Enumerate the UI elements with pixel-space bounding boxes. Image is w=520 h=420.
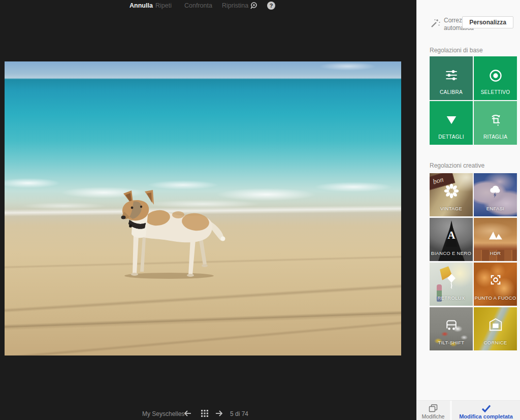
grid-icon[interactable]	[200, 409, 209, 418]
tile-calibra[interactable]: CALIBRA	[430, 56, 473, 100]
tile-dettagli[interactable]: DETTAGLI	[430, 101, 473, 145]
tile-label: CALIBRA	[430, 89, 473, 95]
dog-on-beach	[118, 189, 229, 280]
tile-label: VINTAGE	[430, 206, 473, 211]
van-icon	[430, 317, 473, 332]
restore-button[interactable]: Ripristina	[222, 0, 248, 11]
basic-section-title: Regolazioni di base	[430, 47, 483, 54]
tile-ritaglia[interactable]: RITAGLIA	[474, 101, 517, 145]
basic-adjustments-grid: CALIBRA SELETTIVO DETTAGLI RITAGLIA	[430, 56, 517, 145]
done-editing-button[interactable]: Modifica completata	[452, 401, 520, 420]
personalize-button[interactable]: Personalizza	[462, 16, 513, 28]
tile-bianco-e-nero[interactable]: A BIANCO E NERO	[430, 218, 473, 261]
photo-counter: 5 di 74	[230, 410, 248, 417]
edits-label: Modifiche	[416, 413, 450, 419]
tile-hdr[interactable]: HDR	[474, 218, 517, 261]
radio-circle-icon	[474, 69, 517, 83]
photo-editor-app: Annulla Ripeti Confronta Ripristina ?	[0, 0, 520, 420]
magnifier-plus-icon[interactable]	[249, 1, 258, 10]
crop-rotate-icon	[474, 113, 517, 127]
sky-cloud	[223, 61, 401, 74]
creative-section-title: Regolazioni creative	[430, 162, 484, 169]
tile-label: SELETTIVO	[474, 89, 517, 95]
photo-canvas[interactable]	[5, 61, 401, 356]
tile-label: DETTAGLI	[430, 134, 473, 140]
done-label: Modifica completata	[452, 413, 520, 419]
svg-text:?: ?	[270, 3, 273, 9]
layers-copies-icon	[428, 404, 438, 413]
filmstrip-nav: My Seyschelles 5 di 74	[0, 408, 416, 420]
tile-selettivo[interactable]: SELETTIVO	[474, 56, 517, 100]
tile-label: RITAGLIA	[474, 134, 517, 140]
album-name: My Seyschelles	[142, 410, 184, 417]
tile-retrolux[interactable]: RETROLUX	[430, 263, 473, 306]
creative-adjustments-grid: bon VINTAGE ENFASI A BIANCO E NERO	[430, 173, 517, 350]
tile-label: TILT-SHIFT	[430, 340, 473, 345]
arrow-left-icon[interactable]	[183, 409, 192, 418]
top-toolbar: Annulla Ripeti Confronta Ripristina ?	[0, 0, 416, 11]
sliders-icon	[430, 69, 473, 82]
sidebar: Correzione automatica Personalizza Regol…	[416, 0, 520, 400]
tile-punto-a-fuoco[interactable]: PUNTO A FUOCO	[474, 263, 517, 306]
edits-button[interactable]: Modifiche	[416, 401, 450, 420]
tile-label: ENFASI	[474, 206, 517, 211]
svg-text:A: A	[447, 230, 455, 241]
compare-button[interactable]: Confronta	[184, 0, 212, 11]
picture-frame-icon	[474, 317, 517, 332]
triangle-down-icon	[430, 113, 473, 126]
tile-label: BIANCO E NERO	[430, 250, 473, 256]
arrow-right-icon[interactable]	[215, 409, 224, 418]
sand-track	[5, 283, 401, 313]
flower-icon	[430, 183, 473, 199]
tile-vintage[interactable]: bon VINTAGE	[430, 173, 473, 216]
tile-label: RETROLUX	[430, 295, 473, 301]
kite-icon	[430, 273, 473, 289]
tile-label: CORNICE	[474, 340, 517, 345]
magic-wand-icon	[430, 17, 441, 28]
mountains-icon	[474, 228, 517, 241]
tile-label: PUNTO A FUOCO	[474, 295, 517, 301]
tile-tilt-shift[interactable]: TILT-SHIFT	[430, 307, 473, 350]
tile-label: HDR	[474, 250, 517, 256]
redo-button[interactable]: Ripeti	[155, 0, 172, 11]
undo-button[interactable]: Annulla	[129, 0, 153, 11]
focus-target-icon	[474, 273, 517, 287]
help-icon[interactable]: ?	[267, 1, 276, 10]
cloud-lightning-icon	[474, 183, 517, 199]
tile-cornice[interactable]: CORNICE	[474, 307, 517, 350]
checkmark-icon	[480, 404, 492, 413]
letter-a-icon: A	[430, 228, 473, 241]
tile-enfasi[interactable]: ENFASI	[474, 173, 517, 216]
bottom-action-bar: Modifiche Modifica completata	[416, 400, 520, 420]
